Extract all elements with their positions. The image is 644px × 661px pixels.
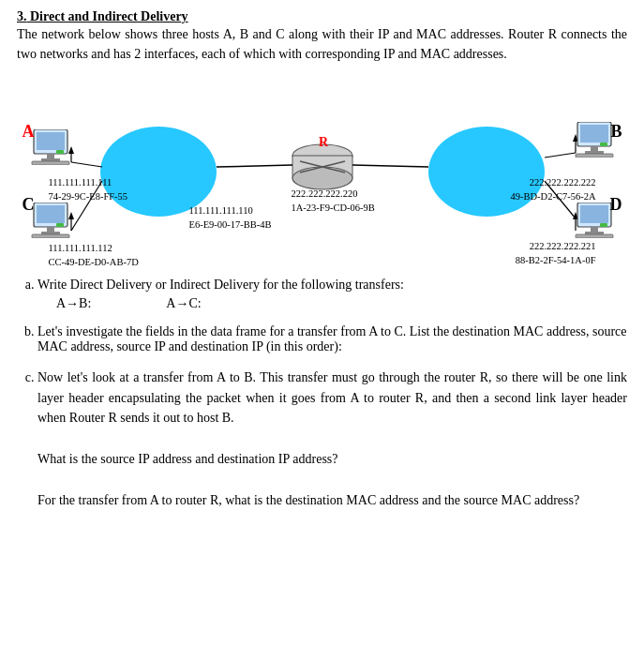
question-c: Now let's look at a transfer from A to B… bbox=[37, 368, 627, 510]
svg-line-7 bbox=[71, 162, 102, 167]
svg-rect-27 bbox=[56, 150, 64, 154]
svg-text:R: R bbox=[319, 135, 329, 149]
host-b-icon bbox=[574, 122, 615, 161]
svg-rect-37 bbox=[585, 151, 604, 154]
question-c-intro: Now let's look at a transfer from A to B… bbox=[37, 368, 627, 428]
host-b-label: B bbox=[610, 122, 622, 142]
svg-rect-32 bbox=[32, 234, 69, 238]
svg-rect-33 bbox=[56, 223, 64, 227]
host-d-icon bbox=[574, 203, 615, 242]
intro-paragraph: The network below shows three hosts A, B… bbox=[17, 24, 627, 64]
question-b: Let's investigate the fields in the data… bbox=[37, 324, 627, 354]
svg-line-15 bbox=[545, 153, 576, 158]
section-header: 3. Direct and Indirect Delivery bbox=[17, 9, 627, 24]
host-b-address: 222.222.222.222 49-BD-D2-C7-56-2A bbox=[511, 176, 596, 203]
svg-rect-25 bbox=[41, 158, 60, 161]
svg-rect-36 bbox=[591, 146, 598, 151]
svg-rect-45 bbox=[600, 223, 607, 227]
host-a-address: 111.111.111.111 74-29-9C-E8-FF-55 bbox=[49, 176, 128, 203]
svg-rect-26 bbox=[32, 161, 69, 165]
svg-rect-39 bbox=[600, 143, 607, 146]
svg-rect-31 bbox=[41, 232, 60, 234]
svg-line-6 bbox=[300, 161, 345, 173]
host-d-label: D bbox=[610, 195, 622, 215]
svg-rect-42 bbox=[591, 227, 598, 232]
question-c-q1: What is the source IP address and destin… bbox=[37, 449, 627, 470]
svg-line-5 bbox=[300, 161, 345, 173]
questions-list: Write Direct Delivery or Indirect Delive… bbox=[17, 278, 627, 510]
svg-rect-23 bbox=[37, 132, 65, 150]
svg-rect-43 bbox=[585, 232, 604, 234]
host-c-icon bbox=[30, 203, 71, 242]
svg-rect-30 bbox=[47, 227, 54, 232]
svg-line-14 bbox=[352, 165, 428, 167]
question-a-item-ab: A→B: bbox=[56, 296, 91, 311]
svg-rect-44 bbox=[576, 234, 613, 238]
router-iface2-address: 111.111.111.110 E6-E9-00-17-BB-4B bbox=[189, 204, 272, 232]
svg-point-2 bbox=[292, 144, 352, 167]
host-c-label: C bbox=[22, 195, 35, 215]
host-a-label: A bbox=[22, 122, 35, 142]
svg-point-4 bbox=[292, 167, 352, 189]
question-a: Write Direct Delivery or Indirect Delive… bbox=[37, 278, 627, 311]
question-c-q2: For the transfer from A to router R, wha… bbox=[37, 490, 627, 511]
svg-rect-41 bbox=[580, 205, 608, 223]
host-c-address: 111.111.111.112 CC-49-DE-D0-AB-7D bbox=[49, 242, 139, 269]
host-a-icon bbox=[30, 129, 71, 169]
question-a-text: Write Direct Delivery or Indirect Delive… bbox=[37, 278, 404, 292]
host-d-address: 222.222.222.221 88-B2-2F-54-1A-0F bbox=[516, 240, 596, 267]
svg-rect-38 bbox=[576, 154, 613, 158]
question-a-item-ac: A→C: bbox=[166, 296, 201, 311]
svg-rect-3 bbox=[292, 156, 352, 178]
svg-line-13 bbox=[217, 165, 292, 167]
section-title: 3. Direct and Indirect Delivery bbox=[17, 9, 188, 23]
router-iface1-address: 222.222.222.220 1A-23-F9-CD-06-9B bbox=[292, 188, 375, 215]
network-diagram: R bbox=[22, 73, 622, 270]
svg-rect-35 bbox=[580, 125, 608, 143]
svg-rect-29 bbox=[37, 205, 65, 223]
svg-rect-24 bbox=[47, 154, 54, 158]
questions-section: Write Direct Delivery or Indirect Delive… bbox=[17, 278, 627, 510]
question-a-items: A→B: A→C: bbox=[56, 296, 627, 311]
question-b-text: Let's investigate the fields in the data… bbox=[37, 324, 626, 353]
